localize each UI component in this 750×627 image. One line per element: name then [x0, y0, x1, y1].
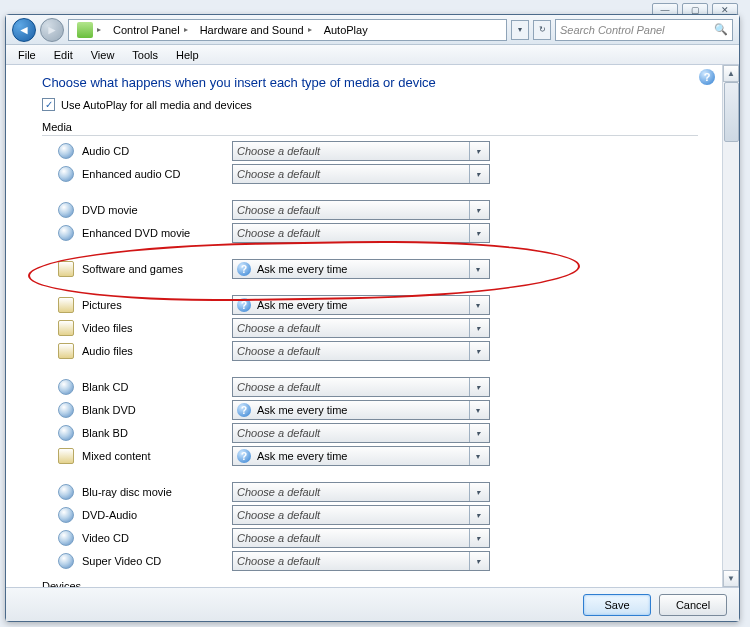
media-label: Video files — [82, 322, 232, 334]
media-action-dropdown[interactable]: Choose a default▾ — [232, 377, 490, 397]
disc-icon — [58, 553, 74, 569]
dropdown-value: Choose a default — [237, 345, 320, 357]
media-action-dropdown[interactable]: Choose a default▾ — [232, 528, 490, 548]
save-button[interactable]: Save — [583, 594, 651, 616]
menu-help[interactable]: Help — [168, 47, 207, 63]
media-action-dropdown[interactable]: Choose a default▾ — [232, 200, 490, 220]
breadcrumb-label: AutoPlay — [324, 24, 368, 36]
media-action-dropdown[interactable]: Choose a default▾ — [232, 223, 490, 243]
chevron-down-icon: ▾ — [469, 401, 485, 419]
control-panel-icon — [77, 22, 93, 38]
back-button[interactable]: ◄ — [12, 18, 36, 42]
media-label: Enhanced DVD movie — [82, 227, 232, 239]
disc-icon — [58, 166, 74, 182]
media-row: DVD movieChoose a default▾ — [42, 199, 698, 221]
vertical-scrollbar[interactable]: ▲ ▼ — [722, 65, 739, 587]
menu-bar: File Edit View Tools Help — [6, 45, 739, 65]
media-row: Blank BDChoose a default▾ — [42, 422, 698, 444]
media-action-dropdown[interactable]: ?Ask me every time▾ — [232, 446, 490, 466]
dropdown-value: Choose a default — [237, 509, 320, 521]
media-action-dropdown[interactable]: Choose a default▾ — [232, 423, 490, 443]
group-devices: Devices — [42, 580, 698, 587]
search-input[interactable]: Search Control Panel 🔍 — [555, 19, 733, 41]
media-action-dropdown[interactable]: Choose a default▾ — [232, 164, 490, 184]
refresh-button[interactable]: ↻ — [533, 20, 551, 40]
chevron-right-icon: ▸ — [184, 25, 188, 34]
media-action-dropdown[interactable]: Choose a default▾ — [232, 505, 490, 525]
media-label: Pictures — [82, 299, 232, 311]
media-label: Super Video CD — [82, 555, 232, 567]
media-row: Video filesChoose a default▾ — [42, 317, 698, 339]
help-icon[interactable]: ? — [699, 69, 715, 85]
breadcrumb-hardware-sound[interactable]: Hardware and Sound ▸ — [196, 20, 318, 40]
address-bar[interactable]: ▸ Control Panel ▸ Hardware and Sound ▸ A… — [68, 19, 507, 41]
question-icon: ? — [237, 262, 251, 276]
chevron-down-icon: ▾ — [469, 529, 485, 547]
media-label: DVD movie — [82, 204, 232, 216]
chevron-down-icon: ▾ — [469, 342, 485, 360]
box-icon — [58, 448, 74, 464]
address-history-dropdown[interactable]: ▾ — [511, 20, 529, 40]
chevron-down-icon: ▾ — [469, 165, 485, 183]
disc-icon — [58, 402, 74, 418]
menu-edit[interactable]: Edit — [46, 47, 81, 63]
chevron-down-icon: ▾ — [469, 378, 485, 396]
media-row: Enhanced DVD movieChoose a default▾ — [42, 222, 698, 244]
breadcrumb-root[interactable]: ▸ — [73, 20, 107, 40]
media-label: DVD-Audio — [82, 509, 232, 521]
dropdown-value: Choose a default — [237, 227, 320, 239]
media-action-dropdown[interactable]: ?Ask me every time▾ — [232, 400, 490, 420]
dropdown-value: Ask me every time — [257, 263, 347, 275]
scroll-up-button[interactable]: ▲ — [723, 65, 739, 82]
media-label: Blank DVD — [82, 404, 232, 416]
media-label: Video CD — [82, 532, 232, 544]
media-action-dropdown[interactable]: Choose a default▾ — [232, 318, 490, 338]
chevron-down-icon: ▾ — [469, 142, 485, 160]
media-label: Audio CD — [82, 145, 232, 157]
forward-button[interactable]: ► — [40, 18, 64, 42]
media-label: Blank CD — [82, 381, 232, 393]
media-action-dropdown[interactable]: Choose a default▾ — [232, 551, 490, 571]
media-row: Pictures?Ask me every time▾ — [42, 294, 698, 316]
cancel-button[interactable]: Cancel — [659, 594, 727, 616]
chevron-down-icon: ▾ — [469, 296, 485, 314]
control-panel-window: ◄ ► ▸ Control Panel ▸ Hardware and Sound… — [5, 14, 740, 622]
content-pane: ? Choose what happens when you insert ea… — [6, 65, 722, 587]
use-autoplay-label: Use AutoPlay for all media and devices — [61, 99, 252, 111]
footer: Save Cancel — [6, 587, 739, 621]
chevron-down-icon: ▾ — [469, 552, 485, 570]
question-icon: ? — [237, 403, 251, 417]
media-row: Blu-ray disc movieChoose a default▾ — [42, 481, 698, 503]
dropdown-value: Choose a default — [237, 427, 320, 439]
media-action-dropdown[interactable]: Choose a default▾ — [232, 141, 490, 161]
use-autoplay-checkbox[interactable]: ✓ — [42, 98, 55, 111]
chevron-down-icon: ▾ — [469, 483, 485, 501]
dropdown-value: Choose a default — [237, 145, 320, 157]
dropdown-value: Choose a default — [237, 168, 320, 180]
menu-tools[interactable]: Tools — [124, 47, 166, 63]
media-row: Enhanced audio CDChoose a default▾ — [42, 163, 698, 185]
menu-view[interactable]: View — [83, 47, 123, 63]
media-row: Super Video CDChoose a default▾ — [42, 550, 698, 572]
nav-bar: ◄ ► ▸ Control Panel ▸ Hardware and Sound… — [6, 15, 739, 45]
box-icon — [58, 261, 74, 277]
breadcrumb-control-panel[interactable]: Control Panel ▸ — [109, 20, 194, 40]
chevron-down-icon: ▾ — [469, 201, 485, 219]
menu-file[interactable]: File — [10, 47, 44, 63]
scroll-down-button[interactable]: ▼ — [723, 570, 739, 587]
chevron-right-icon: ▸ — [97, 25, 101, 34]
disc-icon — [58, 484, 74, 500]
media-row: DVD-AudioChoose a default▾ — [42, 504, 698, 526]
media-action-dropdown[interactable]: Choose a default▾ — [232, 482, 490, 502]
chevron-down-icon: ▾ — [469, 447, 485, 465]
breadcrumb-autoplay[interactable]: AutoPlay — [320, 20, 374, 40]
media-action-dropdown[interactable]: ?Ask me every time▾ — [232, 259, 490, 279]
media-row: Software and games?Ask me every time▾ — [42, 258, 698, 280]
question-icon: ? — [237, 449, 251, 463]
media-action-dropdown[interactable]: ?Ask me every time▾ — [232, 295, 490, 315]
media-action-dropdown[interactable]: Choose a default▾ — [232, 341, 490, 361]
scroll-thumb[interactable] — [724, 82, 739, 142]
dropdown-value: Choose a default — [237, 486, 320, 498]
chevron-right-icon: ▸ — [308, 25, 312, 34]
breadcrumb-label: Hardware and Sound — [200, 24, 304, 36]
